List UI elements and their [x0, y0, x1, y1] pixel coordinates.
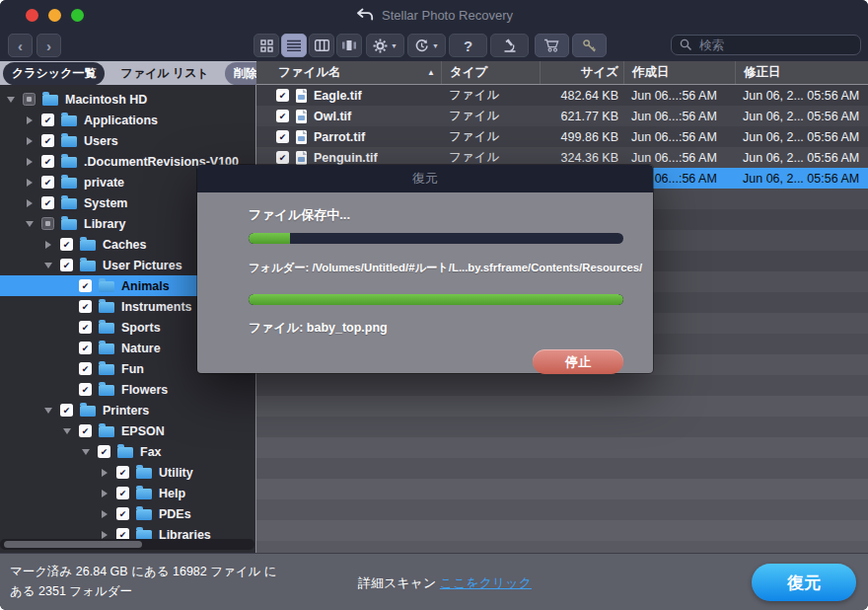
forward-chevron-icon: › [46, 38, 51, 54]
tree-checkbox[interactable]: ✔ [116, 487, 129, 499]
tree-item-fax[interactable]: ✔Fax [0, 441, 255, 462]
list-view-icon [287, 39, 301, 51]
file-modified-cell: Jun 06, 2... 05:56 AM [735, 168, 868, 189]
tree-item-applications[interactable]: ✔Applications [0, 110, 255, 130]
tree-item-epson[interactable]: ✔EPSON [0, 420, 255, 441]
disclosure-triangle-icon[interactable] [81, 449, 91, 455]
disclosure-triangle-icon[interactable] [100, 510, 109, 518]
tree-item-label: Library [84, 217, 125, 231]
file-checkbox[interactable]: ✔ [276, 110, 289, 122]
file-checkbox[interactable]: ✔ [276, 151, 289, 164]
stop-button[interactable]: 停止 [533, 349, 623, 374]
column-header-size[interactable]: サイズ [540, 61, 623, 84]
table-row[interactable]: ✔Eagle.tifファイル482.64 KBJun 06...:56 AMJu… [256, 85, 868, 106]
file-modified-cell: Jun 06, 2... 05:56 AM [735, 147, 868, 168]
tree-checkbox[interactable]: ✔ [116, 507, 129, 520]
column-view-button[interactable] [309, 34, 334, 57]
disclosure-triangle-icon[interactable] [25, 179, 35, 187]
empty-row [256, 437, 868, 458]
resume-recovery-icon [414, 38, 429, 53]
disclosure-triangle-icon[interactable] [25, 116, 35, 124]
tree-checkbox[interactable] [23, 93, 36, 106]
disclosure-triangle-icon[interactable] [100, 490, 109, 497]
tree-checkbox[interactable]: ✔ [60, 259, 73, 271]
preview-button[interactable] [490, 34, 529, 57]
disclosure-triangle-icon[interactable] [100, 531, 109, 539]
settings-button[interactable]: ▼ [366, 34, 404, 57]
app-window: Stellar Photo Recovery ‹ › [0, 0, 868, 610]
search-input[interactable] [697, 38, 852, 53]
list-view-button[interactable] [281, 34, 307, 57]
recover-button[interactable]: 復元 [752, 564, 856, 601]
tree-checkbox[interactable]: ✔ [98, 445, 110, 458]
disclosure-triangle-icon[interactable] [62, 428, 72, 434]
tree-checkbox[interactable]: ✔ [116, 466, 129, 479]
tree-item-users[interactable]: ✔Users [0, 130, 255, 151]
disclosure-triangle-icon[interactable] [25, 199, 35, 207]
tree-checkbox[interactable]: ✔ [60, 404, 73, 417]
file-checkbox[interactable]: ✔ [276, 89, 289, 102]
scrollbar-thumb[interactable] [4, 541, 142, 548]
help-button[interactable]: ? [449, 34, 487, 57]
disclosure-triangle-icon[interactable] [25, 137, 35, 145]
tree-checkbox[interactable]: ✔ [41, 176, 54, 189]
tree-checkbox[interactable]: ✔ [41, 114, 54, 126]
tree-item-help[interactable]: ✔Help [0, 483, 255, 503]
tree-item-utility[interactable]: ✔Utility [0, 462, 255, 483]
column-header-type[interactable]: タイプ [441, 61, 540, 84]
chevron-down-icon: ▼ [432, 42, 439, 49]
folder-icon [80, 406, 96, 417]
tree-checkbox[interactable]: ✔ [79, 300, 92, 313]
resume-recovery-button[interactable]: ▼ [407, 34, 446, 57]
column-header-modified[interactable]: 修正日 [735, 61, 868, 84]
tree-checkbox[interactable]: ✔ [79, 342, 92, 354]
tree-checkbox[interactable]: ✔ [41, 196, 54, 209]
table-row[interactable]: ✔Parrot.tifファイル499.86 KBJun 06...:56 AMJ… [256, 126, 868, 147]
tree-checkbox[interactable]: ✔ [79, 279, 92, 292]
tree-checkbox[interactable]: ✔ [79, 321, 92, 334]
tree-checkbox[interactable]: ✔ [41, 134, 54, 147]
tree-item-pdes[interactable]: ✔PDEs [0, 503, 255, 524]
cart-button[interactable] [535, 34, 569, 57]
tab-file-list[interactable]: ファイル リスト [111, 62, 217, 85]
column-view-icon [315, 39, 329, 51]
tree-checkbox[interactable]: ✔ [79, 383, 92, 396]
disclosure-triangle-icon[interactable] [25, 158, 35, 166]
tree-checkbox[interactable] [41, 217, 54, 230]
file-checkbox[interactable]: ✔ [276, 130, 289, 143]
empty-row [256, 520, 868, 541]
tree-item-label: Instruments [121, 300, 192, 314]
file-modified-cell: Jun 06, 2... 05:56 AM [735, 85, 868, 106]
disclosure-triangle-icon[interactable] [43, 263, 53, 268]
tree-checkbox[interactable]: ✔ [79, 362, 92, 375]
tree-item-label: Utility [159, 466, 193, 480]
file-size-cell: 482.64 KB [540, 85, 623, 106]
coverflow-view-button[interactable] [336, 34, 362, 57]
search-field[interactable] [671, 35, 861, 55]
back-button[interactable]: ‹ [8, 34, 33, 57]
horizontal-scrollbar[interactable] [0, 539, 254, 550]
document-icon [296, 130, 307, 144]
grid-view-button[interactable] [253, 34, 279, 57]
tree-item-macintosh-hd[interactable]: Macintosh HD [0, 89, 255, 110]
disclosure-triangle-icon[interactable] [25, 221, 35, 227]
disclosure-triangle-icon[interactable] [6, 97, 16, 103]
tab-classic-list[interactable]: クラシック一覧 [3, 62, 105, 85]
column-header-filename[interactable]: ファイル名 ▲ [256, 61, 441, 84]
tree-item-printers[interactable]: ✔Printers [0, 400, 255, 420]
tree-item-flowers[interactable]: ✔Flowers [0, 379, 255, 400]
file-modified-cell: Jun 06, 2... 05:56 AM [735, 126, 868, 147]
forward-button[interactable]: › [36, 34, 61, 57]
register-key-button[interactable] [572, 34, 607, 57]
tree-checkbox[interactable]: ✔ [41, 155, 54, 168]
table-row[interactable]: ✔Owl.tifファイル621.77 KBJun 06...:56 AMJun … [256, 106, 868, 126]
tree-checkbox[interactable]: ✔ [60, 238, 73, 251]
key-icon [582, 38, 597, 53]
disclosure-triangle-icon[interactable] [100, 469, 109, 477]
tree-checkbox[interactable]: ✔ [79, 424, 92, 437]
disclosure-triangle-icon[interactable] [43, 408, 53, 414]
disclosure-triangle-icon[interactable] [43, 241, 53, 249]
column-header-created[interactable]: 作成日 [623, 61, 735, 84]
total-progress-bar [249, 233, 623, 244]
click-here-link[interactable]: ここをクリック [440, 575, 532, 590]
